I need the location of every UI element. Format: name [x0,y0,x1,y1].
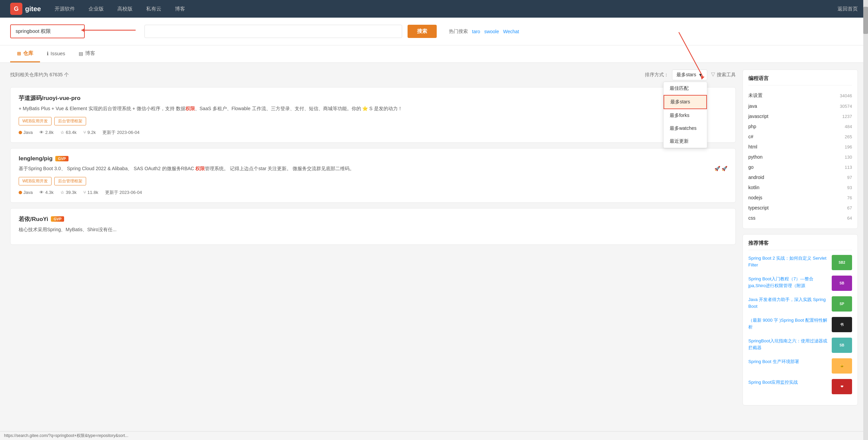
scrollbar[interactable] [863,0,868,418]
lang-section: 编程语言 未设置34046java30574javascript1237php4… [743,69,858,229]
watches-val-1: 2.8k [45,130,54,135]
nav-opensource[interactable]: 开源软件 [55,6,75,12]
blog-text-4: SpringBoot入坑指南之六：使用过滤器或拦截器 [748,338,828,351]
lang-name: nodejs [748,195,762,200]
tabs-section: ⊞ 仓库 ℹ Issues ▤ 博客 [0,45,868,63]
logo[interactable]: G gitee [10,3,41,15]
lang-item-java[interactable]: java30574 [748,101,852,111]
lang-count: 130 [845,155,852,160]
lang-item-php[interactable]: php484 [748,121,852,132]
sort-tools[interactable]: ▽ 搜索工具 [711,72,736,78]
tag-admin-2[interactable]: 后台管理框架 [54,177,86,185]
tab-blog[interactable]: ▤ 博客 [72,45,102,62]
results-count: 找到相关仓库约为 67635 个 [10,72,69,78]
lang-list: 未设置34046java30574javascript1237php484c#2… [748,90,852,223]
lang-item-c#[interactable]: c#265 [748,132,852,142]
blog-item-6[interactable]: Spring Boot应用监控实战 ❤ [748,379,852,394]
blog-item-2[interactable]: Java 开发者得力助手，深入实践 Spring Boot SP [748,296,852,312]
lang-item-未设置[interactable]: 未设置34046 [748,90,852,101]
stat-updated-1: 更新于 2023-06-04 [102,129,139,136]
hot-item-swoole[interactable]: swoole [484,29,499,34]
nav-blog[interactable]: 博客 [175,6,185,12]
sort-option-best[interactable]: 最佳匹配 [664,82,707,95]
repo-title-3: 若依/RuoYi GVP [19,215,727,223]
blog-text-5: Spring Boot 生产环境部署 [748,358,828,365]
lang-name: html [748,144,757,149]
lang-item-kotlin[interactable]: kotlin93 [748,182,852,193]
lang-item-html[interactable]: html196 [748,142,852,152]
tag-admin-1[interactable]: 后台管理框架 [54,117,86,125]
blog-item-1[interactable]: Spring Boot入门教程（7）---整合jpa,Shiro进行权限管理（附… [748,276,852,291]
lang-item-android[interactable]: android97 [748,172,852,182]
blog-item-3[interactable]: （最新 9000 字 )Spring Boot 配置特性解析 书 [748,317,852,332]
lang-label-1: Java [23,130,33,135]
lang-section-title: 编程语言 [748,75,852,85]
repo-desc-1: + MyBatis Plus + Vue & Element 实现的后台管理系统… [19,105,727,113]
sort-option-recent[interactable]: 最近更新 [664,135,707,148]
sort-option-forks[interactable]: 最多forks [664,109,707,122]
blog-text-0: Spring Boot 2 实战：如何自定义 Servlet Filter [748,255,828,268]
search-button[interactable]: 搜索 [408,25,437,38]
tag-web-2[interactable]: WEB应用开发 [19,177,52,185]
lang-count: 76 [847,195,852,200]
lang-name: css [748,215,755,221]
lang-item-javascript[interactable]: javascript1237 [748,111,852,121]
tab-repo-label: 仓库 [23,50,33,57]
repo-tags-1: WEB应用开发 后台管理框架 [19,117,727,125]
scrollbar-thumb[interactable] [863,7,868,34]
sort-option-watches[interactable]: 最多watches [664,122,707,135]
stat-updated-2: 更新于 2023-06-04 [105,189,142,196]
lang-item-css[interactable]: css64 [748,213,852,223]
blog-thumb-0: SB2 [832,255,852,270]
repo-link-1[interactable]: 芋道源码/ruoyi-vue-pro [19,94,80,102]
search-input[interactable]: springboot 权限 [11,25,84,38]
return-home[interactable]: 返回首页 [837,6,858,12]
repo-link-3[interactable]: 若依/RuoYi [19,215,48,223]
lang-count: 67 [847,205,852,211]
blog-text-1: Spring Boot入门教程（7）---整合jpa,Shiro进行权限管理（附… [748,276,828,289]
stat-stars-1: ☆ 63.4k [60,130,77,135]
blog-item-5[interactable]: Spring Boot 生产环境部署 🐱 [748,358,852,374]
repo-link-2[interactable]: lengleng/pig [19,155,53,162]
search-main-input[interactable] [144,25,402,38]
stat-watches-1: 👁 2.8k [39,130,54,135]
blog-thumb-5: 🐱 [832,358,852,374]
lang-count: 265 [845,134,852,139]
lang-item-typescript[interactable]: typescript67 [748,203,852,213]
hot-item-wechat[interactable]: Wechat [503,29,519,34]
lang-name: 未设置 [748,93,763,99]
stat-watches-2: 👁 4.3k [39,190,54,195]
tag-web-1[interactable]: WEB应用开发 [19,117,52,125]
blog-item-0[interactable]: Spring Boot 2 实战：如何自定义 Servlet Filter SB… [748,255,852,270]
tab-issues-label: Issues [51,51,65,56]
stars-val-1: 63.4k [66,130,77,135]
stat-forks-2: ⑂ 11.8k [83,190,98,195]
repo-tags-2: WEB应用开发 后台管理框架 [19,177,727,185]
hot-label: 热门搜索 [449,28,468,35]
lang-count: 64 [847,216,852,221]
nav-university[interactable]: 高校版 [117,6,133,12]
stat-lang-2: Java [19,190,33,195]
watches-val-2: 4.3k [45,190,54,195]
blog-text-3: （最新 9000 字 )Spring Boot 配置特性解析 [748,317,828,330]
nav-enterprise[interactable]: 企业版 [88,6,104,12]
repo-card-ruoyi: 若依/RuoYi GVP 核心技术采用Spring、MyBatis、Shiro没… [10,208,736,245]
lang-item-python[interactable]: python130 [748,152,852,162]
blog-item-4[interactable]: SpringBoot入坑指南之六：使用过滤器或拦截器 SB [748,338,852,353]
lang-item-nodejs[interactable]: nodejs76 [748,193,852,203]
lang-name: go [748,164,754,170]
nav-private[interactable]: 私有云 [146,6,161,12]
tab-repository[interactable]: ⊞ 仓库 [10,45,40,62]
tab-issues[interactable]: ℹ Issues [40,45,72,62]
hot-item-taro[interactable]: taro [472,29,480,34]
lang-count: 97 [847,175,852,180]
repo-title-1: 芋道源码/ruoyi-vue-pro [19,94,727,102]
blog-thumb-3: 书 [832,317,852,332]
gvp-badge-3: GVP [51,216,64,222]
repo-card-pig: lengleng/pig GVP 基于Spring Boot 3.0、 Spri… [10,148,736,203]
lang-name: python [748,154,763,160]
sort-option-stars[interactable]: 最多stars [664,95,707,109]
sort-dropdown[interactable]: 最多stars ▼ [672,69,707,80]
lang-item-go[interactable]: go113 [748,162,852,172]
lang-name: c# [748,134,753,139]
